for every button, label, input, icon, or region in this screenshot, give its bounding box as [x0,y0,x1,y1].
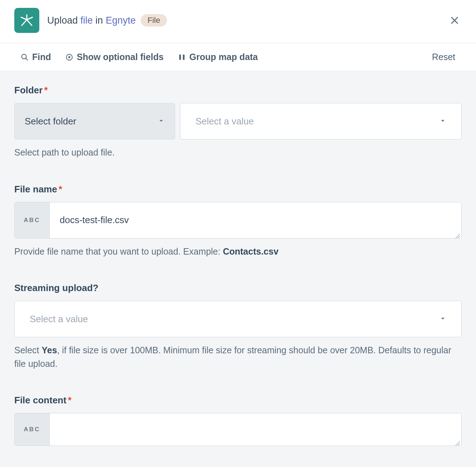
reset-button[interactable]: Reset [432,52,455,62]
close-button[interactable] [447,13,462,28]
app-icon [14,8,39,33]
title-link-app[interactable]: Egnyte [106,15,136,26]
field-content: File content* ABC [14,395,462,446]
group-map-button[interactable]: Group map data [178,52,258,62]
filename-input-wrap: ABC [14,202,462,239]
dialog-title: Upload file in Egnyte File [47,14,167,26]
folder-select-label: Select folder [25,116,76,127]
field-folder: Folder* Select folder Select a value Sel… [14,85,462,159]
svg-line-2 [27,20,32,25]
filename-hint: Provide file name that you want to uploa… [14,245,462,259]
folder-label: Folder* [14,85,462,96]
folder-hint: Select path to upload file. [14,146,462,159]
field-filename: File name* ABC Provide file name that yo… [14,184,462,259]
svg-line-6 [26,58,28,60]
content-input[interactable] [50,413,461,446]
dialog-header: Upload file in Egnyte File [0,0,476,43]
type-badge: File [141,14,167,26]
field-streaming: Streaming upload? Select a value Select … [14,282,462,370]
chevron-down-icon [439,116,446,127]
streaming-hint: Select Yes, if file size is over 100MB. … [14,344,462,370]
svg-line-4 [27,17,33,20]
streaming-label: Streaming upload? [14,282,462,294]
streaming-select[interactable]: Select a value [14,301,462,337]
text-type-indicator: ABC [15,202,50,238]
search-icon [21,53,29,61]
chevron-down-icon [439,314,446,325]
required-marker: * [59,184,62,195]
required-marker: * [68,395,71,405]
folder-value-placeholder: Select a value [195,116,254,127]
svg-line-1 [22,20,27,25]
find-label: Find [32,52,51,62]
svg-line-3 [21,17,27,20]
title-mid: in [93,15,106,26]
toolbar: Find Show optional fields Group map data… [0,43,476,71]
streaming-placeholder: Select a value [30,314,88,325]
required-marker: * [44,85,48,95]
folder-value-select[interactable]: Select a value [180,103,462,139]
title-link-file[interactable]: file [80,15,93,26]
close-icon [450,15,460,25]
show-optional-button[interactable]: Show optional fields [65,52,164,62]
svg-rect-9 [179,54,181,60]
group-label: Group map data [189,52,258,62]
content-label: File content* [14,395,462,406]
filename-input[interactable] [50,202,461,238]
filename-label: File name* [14,184,462,195]
optional-label: Show optional fields [77,52,164,62]
find-button[interactable]: Find [21,52,51,62]
eye-icon [65,53,73,61]
svg-rect-10 [183,54,185,60]
text-type-indicator: ABC [15,413,50,446]
columns-icon [178,53,186,61]
svg-point-8 [68,56,70,58]
app-logo-icon [19,13,34,28]
folder-select[interactable]: Select folder [14,103,175,139]
chevron-down-icon [158,116,165,127]
title-prefix: Upload [47,15,80,26]
form-area: Folder* Select folder Select a value Sel… [0,71,476,460]
content-input-wrap: ABC [14,413,462,446]
